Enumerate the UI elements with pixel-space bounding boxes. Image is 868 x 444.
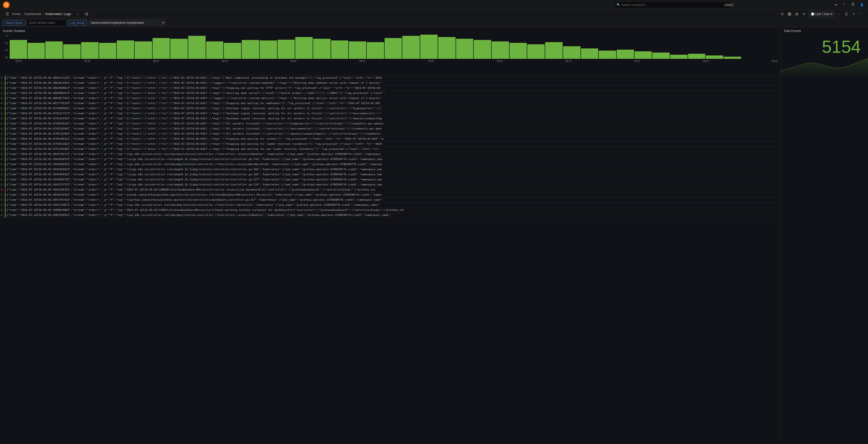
grafana-logo[interactable] <box>3 1 10 8</box>
log-row[interactable]: ▶{"time":"2024-07-16T16:05:04.079308405Z… <box>0 106 781 111</box>
user-avatar[interactable]: 👤 <box>858 1 865 8</box>
log-row[interactable]: ▶{"time":"2024-07-16T16:05:03.994242876Z… <box>0 187 781 192</box>
global-search[interactable]: 🔍 cmd+k <box>615 1 736 8</box>
log-row[interactable]: ▶{"time":"2024-07-16T16:05:04.086411332Z… <box>0 75 781 81</box>
log-expand-icon[interactable]: ▶ <box>0 106 5 110</box>
search-query-label[interactable]: Search Query <box>3 20 25 25</box>
log-expand-icon[interactable]: ▶ <box>0 213 5 217</box>
chart-bar <box>117 40 134 59</box>
log-expand-icon[interactable]: ▶ <box>0 162 5 166</box>
logs-panel[interactable]: ▶{"time":"2024-07-16T16:05:04.086411332Z… <box>0 75 781 444</box>
refresh-options-icon[interactable]: ▾ <box>850 11 857 17</box>
log-expand-icon[interactable]: ▶ <box>0 76 5 80</box>
log-row[interactable]: ▶{"time":"2024-07-16T16:05:04.086381184Z… <box>0 81 781 86</box>
log-row[interactable]: ▶{"time":"2024-07-16T16:05:03.994265449Z… <box>0 192 781 197</box>
collapse-all-button[interactable]: ⌃ <box>858 11 864 17</box>
nav-right: +▾ ? 👤 <box>832 1 865 8</box>
log-text: {"time":"2024-07-16T16:05:04.082779319Z"… <box>6 101 380 105</box>
alert-icon[interactable] <box>794 11 800 17</box>
log-expand-icon[interactable]: ▶ <box>0 142 5 146</box>
search-icon: 🔍 <box>617 3 620 6</box>
refresh-button[interactable] <box>843 11 849 17</box>
chart-bar <box>456 39 473 59</box>
log-row[interactable]: ▶{"time":"2024-07-16T16:05:03.994273467Z… <box>0 203 781 208</box>
y-axis-labels: 60 40 20 0 <box>3 35 8 59</box>
settings-icon[interactable]: ⚙ <box>801 11 807 17</box>
log-row[interactable]: ▶{"time":"2024-07-16T16:05:04.082779319Z… <box>0 101 781 106</box>
log-level-indicator <box>5 203 6 207</box>
help-button[interactable]: ? <box>841 1 848 8</box>
save-dashboard-icon[interactable] <box>786 11 793 17</box>
log-row[interactable]: ▶{"time":"2024-07-16T16:05:03.994296936Z… <box>0 172 781 177</box>
log-expand-icon[interactable]: ▶ <box>0 188 5 191</box>
log-row[interactable]: ▶{"time":"2024-07-16T16:05:04.079130109Z… <box>0 147 781 152</box>
log-row[interactable]: ▶{"time":"2024-07-16T16:05:04.079311757Z… <box>0 111 781 116</box>
log-expand-icon[interactable]: ▶ <box>0 81 5 85</box>
log-level-indicator <box>5 117 6 121</box>
log-expand-icon[interactable]: ▶ <box>0 183 5 186</box>
star-button[interactable]: ☆ <box>74 11 81 18</box>
log-expand-icon[interactable]: ▶ <box>0 152 5 156</box>
chart-bar <box>331 40 348 59</box>
log-expand-icon[interactable]: ▶ <box>0 91 5 95</box>
log-row[interactable]: ▶{"time":"2024-07-16T16:05:04.079315456Z… <box>0 116 781 121</box>
log-expand-icon[interactable]: ▶ <box>0 193 5 196</box>
timeline-title: Events Timeline <box>3 29 778 33</box>
log-row[interactable]: ▶{"time":"2024-07-16T16:05:04.079514296Z… <box>0 131 781 136</box>
breadcrumb-home[interactable]: Home <box>12 12 21 16</box>
log-expand-icon[interactable]: ▶ <box>0 198 5 201</box>
log-row[interactable]: ▶{"time":"2024-07-16T16:05:04.086407104Z… <box>0 96 781 101</box>
log-level-indicator <box>5 147 6 151</box>
time-range-selector[interactable]: 🕐 Last 1 hour ▾ <box>808 11 835 17</box>
log-row[interactable]: ▶{"time":"2024-07-16T16:05:03.948881408Z… <box>0 208 781 213</box>
log-level-indicator <box>5 127 6 131</box>
log-expand-icon[interactable]: ▶ <box>0 117 5 120</box>
notifications-button[interactable] <box>849 1 857 8</box>
log-row[interactable]: ▶{"time":"2024-07-16T16:05:03.994278217Z… <box>0 152 781 157</box>
log-expand-icon[interactable]: ▶ <box>0 157 5 161</box>
log-row[interactable]: ▶{"time":"2024-07-16T16:05:03.994290545Z… <box>0 162 781 167</box>
log-row[interactable]: ▶{"time":"2024-07-16T16:05:04.079510204Z… <box>0 126 781 131</box>
log-row[interactable]: ▶{"time":"2024-07-16T16:05:03.994275757Z… <box>0 182 781 187</box>
bell-icon <box>851 3 855 7</box>
log-row[interactable]: ▶{"time":"2024-07-16T16:05:04.079518022Z… <box>0 136 781 141</box>
log-row[interactable]: ▶{"time":"2024-07-16T16:05:04.086408347Z… <box>0 91 781 96</box>
log-expand-icon[interactable]: ▶ <box>0 137 5 140</box>
search-query-input[interactable] <box>27 20 66 26</box>
search-input[interactable] <box>615 1 731 8</box>
breadcrumb-dashboards[interactable]: Dashboards <box>25 12 41 16</box>
log-row[interactable]: ▶{"time":"2024-07-16T16:05:03.994299378Z… <box>0 177 781 182</box>
panel-view-icon[interactable]: ⊞ <box>779 11 785 17</box>
log-expand-icon[interactable]: ▶ <box>0 167 5 171</box>
log-expand-icon[interactable]: ▶ <box>0 122 5 125</box>
log-expand-icon[interactable]: ▶ <box>0 132 5 135</box>
log-group-dropdown[interactable]: /aws/containerinsights/test-cw/applicati… <box>89 20 166 26</box>
y-label-3: 0 <box>3 35 8 37</box>
log-row[interactable]: ▶{"time":"2024-07-16T16:05:03.898333992Z… <box>0 213 781 218</box>
log-expand-icon[interactable]: ▶ <box>0 172 5 176</box>
log-expand-icon[interactable]: ▶ <box>0 96 5 100</box>
log-expand-icon[interactable]: ▶ <box>0 101 5 105</box>
add-panel-button[interactable]: +▾ <box>832 1 839 8</box>
chart-bar <box>706 56 723 59</box>
log-row[interactable]: ▶{"time":"2024-07-16T16:05:03.994285053Z… <box>0 157 781 162</box>
log-row[interactable]: ▶{"time":"2024-07-16T16:05:04.079301582Z… <box>0 141 781 147</box>
log-expand-icon[interactable]: ▶ <box>0 147 5 151</box>
log-expand-icon[interactable]: ▶ <box>0 127 5 130</box>
zoom-out-button[interactable]: − <box>836 11 842 17</box>
log-row[interactable]: ▶{"time":"2024-07-16T16:05:03.994293493Z… <box>0 167 781 172</box>
log-expand-icon[interactable]: ▶ <box>0 112 5 115</box>
log-expand-icon[interactable]: ▶ <box>0 208 5 212</box>
x-axis-label: 08:55 <box>359 60 365 62</box>
menu-icon[interactable]: ☰ <box>4 11 11 18</box>
log-group-label[interactable]: Log_Group <box>68 20 87 25</box>
log-row[interactable]: ▶{"time":"2024-07-16T16:05:04.079501025Z… <box>0 121 781 126</box>
log-expand-icon[interactable]: ▶ <box>0 203 5 207</box>
log-row[interactable]: ▶{"time":"2024-07-16T16:05:04.086398801Z… <box>0 86 781 91</box>
log-expand-icon[interactable]: ▶ <box>0 178 5 181</box>
log-row[interactable]: ▶{"time":"2024-07-16T16:05:03.994270744Z… <box>0 197 781 203</box>
chart-bar <box>28 43 45 59</box>
share-button[interactable] <box>83 11 90 18</box>
chart-wrapper: 60 40 20 0 08:3008:3508:4008:4508:5008:5… <box>3 35 778 62</box>
log-expand-icon[interactable]: ▶ <box>0 86 5 90</box>
